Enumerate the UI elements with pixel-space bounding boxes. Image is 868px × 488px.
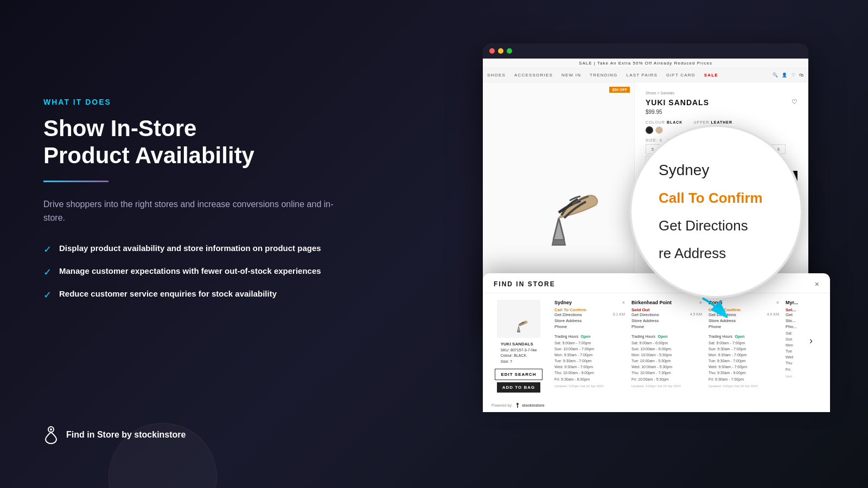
mini-colour: Colour: BLACK (501, 353, 537, 359)
wishlist-product-icon[interactable]: ♡ (792, 98, 797, 106)
modal-close-button[interactable]: × (815, 280, 819, 288)
find-in-store-modal: FIND IN STORE × (483, 273, 830, 413)
breadcrumb: Shoes > Sandals (646, 91, 797, 95)
feature-item-3: ✓ Reduce customer service enquiries for … (43, 288, 342, 301)
store-sydney-header: Sydney × (554, 300, 625, 305)
svg-point-3 (517, 407, 518, 408)
nav-trending[interactable]: TRENDING (590, 73, 617, 78)
swatch-beige[interactable] (655, 126, 663, 134)
store-sydney-trading: Trading Hours Open (554, 330, 625, 340)
nav-gift-card[interactable]: GIFT CARD (666, 73, 695, 78)
product-name: YUKI SANDALS (646, 98, 709, 107)
product-image (515, 120, 602, 251)
feature-item-1: ✓ Display product availability and store… (43, 242, 342, 255)
store-sydney-distance: 0.1 KM (613, 312, 625, 318)
zoom-call-confirm: Call To Confirm (659, 190, 774, 207)
product-image-area: $50 OFF (483, 82, 635, 288)
store-partial-directions[interactable]: Get (786, 312, 813, 317)
what-it-does-label: WHAT IT DOES (43, 98, 342, 106)
nav-sale[interactable]: SALE (704, 73, 718, 78)
store-partial-hours: Sat: Sun Mon Tue Wed Thu Fri: (786, 330, 813, 373)
powered-by-text: Powered by (492, 403, 512, 407)
zoom-store-name: Sydney (659, 162, 774, 179)
dot-green (507, 48, 512, 54)
svg-point-2 (516, 403, 519, 405)
check-icon-2: ✓ (43, 266, 52, 278)
store-birkenhead-trading: Trading Hours Open (631, 330, 702, 340)
svg-point-1 (50, 428, 52, 431)
store-bondi-hours: Sat: 9:00am - 7:00pm Sun: 9:30am - 7:00p… (709, 340, 779, 382)
store-bondi-updated: Updated: 3:00pm Sat 20 Apr 2024 (709, 384, 779, 388)
store-sydney-status: Call To Confirm (554, 307, 625, 312)
store-partial-phone: Pho... (786, 324, 813, 329)
store-partial-status: Sol... (786, 307, 813, 312)
upper-label: UPPER LEATHER (693, 120, 732, 124)
mini-shoe-svg (502, 304, 535, 333)
brand-location-icon (43, 425, 59, 445)
product-mini-panel: YUKI SANDALS SKU: 807157-3-7-Nw Colour: … (492, 300, 546, 393)
store-birkenhead-updated: Updated: 3:00pm Sat 20 Apr 2024 (631, 384, 702, 388)
account-icon[interactable]: 👤 (782, 73, 788, 78)
zoom-get-directions: Get Directions (659, 217, 774, 234)
store-birkenhead-phone[interactable]: Phone (631, 324, 702, 329)
feature-text-3: Reduce customer service enquiries for st… (59, 288, 277, 300)
store-partial-header: Myr... (786, 300, 813, 305)
store-partial-address: Sto... (786, 318, 813, 323)
edit-search-button[interactable]: EDIT SEARCH (495, 369, 542, 380)
check-icon-3: ✓ (43, 289, 52, 301)
modal-body: YUKI SANDALS SKU: 807157-3-7-Nw Colour: … (483, 293, 830, 400)
heading-line2: Product Availability (43, 143, 254, 168)
scroll-right-arrow[interactable]: › (809, 335, 813, 346)
store-bondi-close[interactable]: × (776, 300, 779, 305)
right-panel: SALE | Take An Extra 50% Off Already Red… (483, 43, 835, 412)
store-sydney: Sydney × Call To Confirm Get Directions … (554, 300, 625, 393)
product-price: $99.95 (646, 109, 797, 115)
store-sydney-close[interactable]: × (622, 300, 625, 305)
dot-red (489, 48, 495, 54)
swatch-black[interactable] (646, 126, 653, 134)
search-icon[interactable]: 🔍 (773, 73, 778, 78)
store-sydney-phone[interactable]: Phone (554, 324, 625, 329)
stores-list: Sydney × Call To Confirm Get Directions … (554, 300, 818, 393)
store-birkenhead-directions[interactable]: Get Directions (631, 312, 659, 317)
store-partial-name: Myr... (786, 300, 798, 305)
nav-last-pairs[interactable]: LAST PAIRS (627, 73, 658, 78)
store-birkenhead-address: Store Address (631, 318, 702, 323)
modal-header: FIND IN STORE × (483, 273, 830, 293)
modal-footer: Powered by stockinstore (483, 399, 830, 412)
colour-value: BLACK (667, 120, 683, 124)
divider (43, 181, 108, 182)
sale-banner: SALE | Take An Extra 50% Off Already Red… (483, 59, 808, 68)
sale-tag: $50 OFF (609, 87, 630, 93)
store-bondi-phone[interactable]: Phone (709, 324, 779, 329)
feature-text-1: Display product availability and store i… (59, 242, 321, 255)
nav-new-in[interactable]: NEW IN (561, 73, 581, 78)
store-sydney-directions[interactable]: Get Directions (554, 312, 582, 317)
description: Drive shoppers into the right stores and… (43, 197, 342, 225)
feature-text-2: Manage customer expectations with fewer … (59, 265, 321, 278)
bag-icon[interactable]: 🛍 (799, 73, 804, 78)
wishlist-icon[interactable]: ♡ (792, 73, 796, 78)
store-birkenhead-hours: Sat: 9:00am - 6:00pm Sun: 10:00am - 6:00… (631, 340, 702, 382)
store-birkenhead-header: Birkenhead Point × (631, 300, 702, 305)
stockinstore-brand: stockinstore (522, 403, 545, 407)
store-sydney-updated: Updated: 3:00pm Sat 20 Apr 2024 (554, 384, 625, 388)
feature-list: ✓ Display product availability and store… (43, 242, 342, 301)
mini-size: Size: 7 (501, 359, 537, 365)
store-partial: Myr... Sol... Get Sto... Pho... Sat: Sun… (786, 300, 813, 393)
colour-label: COLOUR BLACK (646, 120, 682, 124)
nav-accessories[interactable]: ACCESSORIES (514, 73, 553, 78)
mini-shoe-image (497, 300, 540, 338)
nav-shoes[interactable]: SHOES (487, 73, 506, 78)
heading-line1: Show In-Store (43, 115, 196, 141)
store-birkenhead: Birkenhead Point × Sold Out Get Directio… (631, 300, 702, 393)
zoom-store-address: re Address (659, 245, 774, 262)
store-birkenhead-status: Sold Out (631, 307, 702, 312)
device-titlebar (483, 43, 808, 59)
left-panel: WHAT IT DOES Show In-Store Product Avail… (43, 98, 342, 301)
product-mini-info: YUKI SANDALS SKU: 807157-3-7-Nw Colour: … (501, 341, 537, 365)
store-sydney-name: Sydney (554, 300, 572, 305)
zoom-circle: Sydney Call To Confirm Get Directions re… (629, 125, 803, 298)
store-nav: SHOES ACCESSORIES NEW IN TRENDING LAST P… (483, 68, 808, 82)
add-to-bag-modal-button[interactable]: ADD TO BAG (497, 382, 541, 393)
